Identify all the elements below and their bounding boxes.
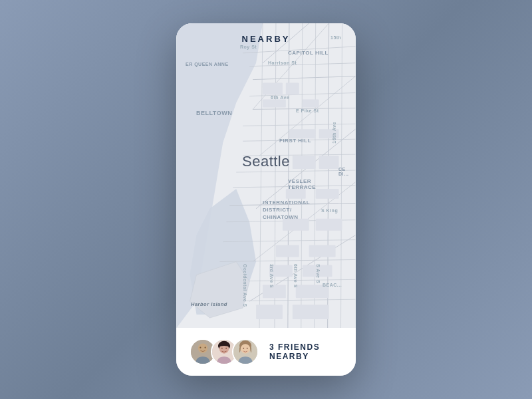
- friends-nearby-label: 3 FRIENDS NEARBY: [269, 342, 342, 361]
- label-queen-anne: er Queen Anne: [186, 62, 229, 66]
- app-title: NEARBY: [242, 34, 291, 44]
- svg-rect-30: [263, 83, 283, 95]
- svg-point-58: [225, 348, 227, 349]
- svg-rect-46: [263, 285, 286, 298]
- svg-rect-43: [309, 245, 336, 257]
- svg-rect-31: [286, 83, 299, 95]
- street-occidental: Occidental Ave S: [243, 264, 247, 307]
- street-harrison: Harrison St: [268, 61, 297, 65]
- svg-rect-49: [293, 305, 329, 319]
- bottom-bar: 3 FRIENDS NEARBY: [176, 328, 356, 376]
- street-s-ave-s: S Ave S: [316, 264, 321, 283]
- svg-rect-42: [276, 245, 299, 257]
- avatar-3: [232, 338, 259, 365]
- street-6th: 6th Ave: [271, 95, 289, 100]
- street-roy: Roy St: [240, 45, 257, 49]
- city-label: Seattle: [242, 153, 290, 170]
- phone-card: NEARBY er Queen Anne CAPITOL HILL BELLTO…: [176, 23, 356, 376]
- street-s-king: S King: [321, 208, 338, 213]
- label-belltown: BELLTOWN: [196, 110, 232, 116]
- svg-rect-48: [256, 305, 283, 319]
- svg-rect-39: [316, 189, 339, 199]
- label-ce: CEDI...: [338, 167, 348, 176]
- label-harbor-island: Harbor Island: [191, 301, 227, 307]
- label-capitol-hill: CAPITOL HILL: [288, 50, 329, 56]
- street-15th: 15th: [331, 35, 341, 40]
- map-area: NEARBY er Queen Anne CAPITOL HILL BELLTO…: [176, 23, 356, 328]
- svg-point-63: [247, 348, 248, 349]
- svg-rect-37: [319, 156, 339, 169]
- avatars-group: [190, 338, 259, 365]
- street-e-pike: E Pike St: [296, 108, 319, 113]
- svg-point-62: [243, 348, 244, 349]
- street-3rd-s: 3rd Ave S: [269, 264, 274, 288]
- street-6th-s: 6th Ave S: [293, 264, 298, 288]
- street-16th: 16th Ave: [332, 122, 336, 144]
- svg-rect-36: [293, 156, 316, 169]
- svg-point-57: [221, 348, 223, 349]
- label-yesler: YESLERTERRACE: [288, 178, 316, 190]
- svg-point-52: [200, 347, 201, 348]
- svg-rect-32: [263, 100, 286, 108]
- svg-rect-33: [303, 100, 319, 108]
- svg-rect-41: [316, 219, 342, 231]
- street-beacon: BEAC...: [323, 283, 342, 287]
- label-first-hill: FIRST HILL: [279, 138, 311, 144]
- label-intl-district: INTERNATIONALDISTRICT/CHINATOWN: [263, 199, 310, 221]
- svg-rect-38: [286, 189, 306, 199]
- svg-point-53: [205, 347, 206, 348]
